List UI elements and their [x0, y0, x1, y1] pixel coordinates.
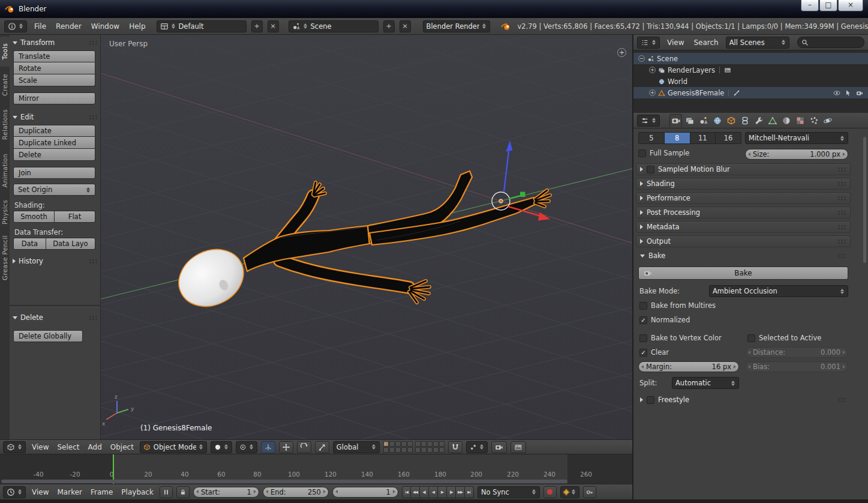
editor-type-selector[interactable] — [4, 20, 27, 32]
manipulator-rotate-button[interactable] — [297, 441, 311, 453]
clear-option[interactable]: ✓ Clear — [639, 348, 669, 357]
manipulator-scale-button[interactable] — [315, 441, 329, 453]
panel-drag-handle[interactable] — [837, 397, 846, 403]
bake-distance-field[interactable]: Distance: 0.000 — [745, 347, 848, 358]
prev-keyframe-button[interactable]: ◀◀ — [411, 486, 420, 498]
layer-toggle[interactable] — [415, 441, 421, 447]
normalized-option[interactable]: ✓ Normalized — [639, 316, 690, 324]
layer-toggle[interactable] — [421, 441, 427, 447]
window-titlebar[interactable]: Blender – □ × — [0, 0, 868, 18]
layer-toggle[interactable] — [427, 447, 433, 453]
tab-modifiers[interactable] — [752, 114, 765, 127]
region-toggle-icon[interactable]: + — [617, 48, 626, 57]
scene-selector[interactable]: Scene — [289, 20, 379, 32]
toolshelf-tab-physics[interactable]: Physics — [0, 195, 10, 229]
panel-drag-handle[interactable] — [89, 40, 98, 46]
aa-size-field[interactable]: Size: 1.000 px — [745, 149, 848, 160]
layer-toggle[interactable] — [383, 447, 389, 453]
menu-frame[interactable]: Frame — [88, 488, 115, 496]
aa-filter-selector[interactable]: Mitchell-Netravali — [745, 132, 848, 144]
render-engine-selector[interactable]: Blender Render — [423, 20, 490, 32]
frame-back-button[interactable]: ◀ — [429, 486, 438, 498]
tab-scene[interactable] — [697, 114, 710, 127]
checkbox[interactable] — [639, 302, 647, 310]
aa-samples-8[interactable]: 8 — [665, 132, 690, 144]
add-scene-button[interactable]: + — [383, 20, 395, 32]
renderable-camera-icon[interactable] — [856, 89, 863, 97]
timeline-ruler[interactable]: -40 -20 0 20 40 60 80 100 120 140 160 18… — [0, 454, 632, 484]
menu-view[interactable]: View — [29, 488, 51, 496]
history-panel-header[interactable]: History — [13, 256, 98, 267]
editor-type-selector[interactable] — [637, 115, 660, 127]
panel-header-output[interactable]: Output — [636, 235, 851, 247]
editor-type-selector[interactable] — [3, 441, 26, 453]
close-button[interactable]: × — [838, 0, 863, 11]
properties-scrollbar[interactable] — [863, 137, 866, 263]
panel-header-sampled-motion-blur[interactable]: Sampled Motion Blur — [636, 163, 851, 175]
orientation-selector[interactable]: Global — [333, 441, 380, 453]
expand-icon[interactable]: + — [649, 67, 656, 73]
checkbox[interactable] — [647, 166, 654, 173]
layer-toggle[interactable] — [407, 447, 413, 453]
opengl-render-image-button[interactable] — [491, 441, 507, 453]
aa-samples-5[interactable]: 5 — [638, 132, 665, 144]
layer-toggle[interactable] — [401, 441, 407, 447]
panel-header-post-processing[interactable]: Post Processing — [636, 206, 851, 218]
layer-toggle[interactable] — [433, 447, 438, 453]
tab-particles[interactable] — [807, 114, 820, 127]
scale-button[interactable]: Scale — [13, 74, 95, 86]
lock-time-toggle[interactable] — [176, 486, 190, 498]
timeline-scrollbar[interactable] — [1, 480, 567, 483]
jump-to-end-button[interactable]: ▶| — [465, 486, 474, 498]
minimize-button[interactable]: – — [801, 0, 819, 11]
set-origin-menu[interactable]: Set Origin — [13, 184, 95, 196]
toolshelf-tab-tools[interactable]: Tools — [0, 37, 10, 67]
tab-material[interactable] — [780, 114, 792, 127]
manipulator-toggle[interactable] — [261, 441, 275, 453]
bake-bias-field[interactable]: Bias: 0.001 — [745, 361, 848, 372]
frame-forward-button[interactable]: |▶ — [447, 486, 456, 498]
menu-object[interactable]: Object — [108, 443, 136, 451]
panel-drag-handle[interactable] — [837, 210, 846, 215]
rotate-button[interactable]: Rotate — [13, 62, 95, 74]
data-button[interactable]: Data — [13, 238, 46, 250]
translate-button[interactable]: Translate — [13, 50, 95, 62]
edit-panel-header[interactable]: Edit — [13, 112, 98, 122]
keying-set-selector[interactable] — [560, 486, 579, 498]
layer-toggle[interactable] — [389, 441, 395, 447]
snap-element-selector[interactable] — [466, 441, 488, 453]
outliner-display-selector[interactable]: All Scenes — [726, 37, 789, 49]
viewport-3d[interactable]: z x y User Persp (1) Genesis8Female + — [101, 35, 632, 439]
toolshelf-tab-relations[interactable]: Relations — [0, 103, 10, 146]
panel-header-freestyle[interactable]: Freestyle — [636, 394, 851, 406]
menu-search[interactable]: Search — [691, 38, 720, 47]
checkbox-checked[interactable]: ✓ — [639, 316, 647, 324]
checkbox[interactable] — [639, 334, 647, 342]
layer-toggle[interactable] — [433, 441, 438, 447]
snap-toggle[interactable] — [448, 441, 462, 453]
bake-to-vertex-color-option[interactable]: Bake to Vertex Color — [639, 334, 722, 342]
opengl-render-animation-button[interactable] — [510, 441, 526, 453]
layer-toggle[interactable] — [407, 441, 413, 447]
current-frame-field[interactable]: 1 — [332, 487, 398, 498]
menu-marker[interactable]: Marker — [55, 488, 84, 496]
outliner-row-world[interactable]: World — [633, 76, 868, 87]
visibility-eye-icon[interactable] — [833, 89, 840, 97]
menu-window[interactable]: Window — [89, 22, 122, 31]
jump-to-start-button[interactable]: |◀ — [402, 486, 411, 498]
outliner-row-renderlayers[interactable]: + RenderLayers — [633, 64, 868, 76]
toolshelf-tab-grease-pencil[interactable]: Grease Pencil — [0, 230, 10, 285]
mirror-button[interactable]: Mirror — [13, 92, 95, 104]
full-sample-option[interactable]: Full Sample — [638, 149, 689, 157]
viewport-canvas[interactable]: z x y — [101, 35, 632, 439]
panel-drag-handle[interactable] — [89, 259, 98, 264]
menu-add[interactable]: Add — [86, 443, 104, 451]
menu-select[interactable]: Select — [55, 443, 82, 451]
screen-layout-selector[interactable]: Default — [157, 20, 247, 32]
preview-range-toggle[interactable] — [160, 486, 173, 498]
play-reverse-button[interactable]: ◀| — [420, 486, 429, 498]
editor-type-selector[interactable] — [3, 486, 26, 498]
editor-type-selector[interactable] — [637, 37, 660, 49]
panel-drag-handle[interactable] — [89, 115, 98, 120]
panel-drag-handle[interactable] — [837, 196, 846, 201]
